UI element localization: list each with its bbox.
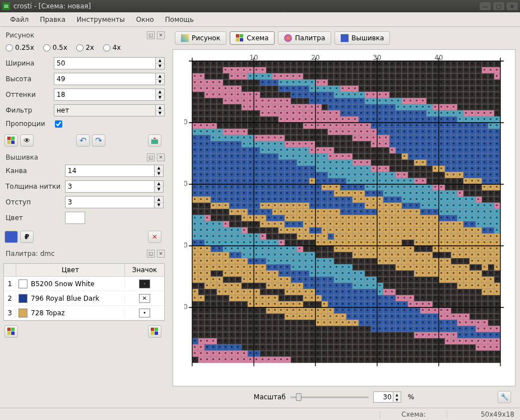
grid-icon[interactable]	[4, 231, 18, 243]
svg-rect-2204	[459, 192, 461, 194]
svg-rect-4298	[440, 321, 442, 323]
menu-help[interactable]: Помощь	[160, 13, 199, 26]
minimize-button[interactable]: —	[480, 2, 491, 10]
proportions-check[interactable]	[55, 120, 62, 128]
svg-rect-4114	[490, 309, 491, 311]
svg-rect-4836	[249, 358, 251, 360]
width-input[interactable]: ▲▼	[54, 57, 165, 69]
ruble-icon[interactable]: ₽	[20, 231, 34, 243]
svg-rect-4848	[286, 358, 288, 360]
menu-file[interactable]: Файл	[4, 13, 34, 26]
table-row[interactable]: 2796 Royal Blue Dark✕	[4, 291, 164, 306]
maximize-button[interactable]: ▢	[493, 2, 504, 10]
restore-icon[interactable]: ◱	[147, 153, 155, 161]
svg-rect-336	[249, 81, 251, 83]
col-color[interactable]: Цвет	[16, 264, 125, 276]
svg-rect-2584	[397, 217, 399, 218]
svg-rect-2982	[391, 241, 393, 243]
close-button[interactable]: ✕	[507, 2, 518, 10]
redo-icon[interactable]: ↷	[92, 134, 105, 147]
thread-input[interactable]: ▲▼	[65, 180, 164, 193]
svg-rect-2400	[447, 204, 448, 206]
svg-rect-2818	[194, 235, 196, 237]
color-picker[interactable]	[65, 212, 85, 224]
svg-text:30: 30	[184, 241, 188, 249]
wrench-icon[interactable]: 🔧	[498, 391, 511, 403]
svg-rect-538	[256, 94, 257, 95]
svg-rect-1668	[348, 161, 350, 163]
zoom-025x[interactable]: 0.25x	[6, 44, 34, 52]
svg-rect-4726	[219, 352, 220, 354]
svg-rect-3442	[268, 272, 270, 274]
svg-rect-2512	[484, 211, 485, 212]
svg-rect-2712	[484, 223, 485, 225]
zoom-4x[interactable]: 4x	[103, 44, 121, 52]
close-icon[interactable]: ✕	[157, 153, 165, 161]
scheme-canvas[interactable]: 1020304010203040	[173, 49, 516, 386]
svg-rect-2186	[403, 192, 405, 194]
zoom-slider[interactable]	[290, 396, 369, 398]
svg-rect-1980	[385, 180, 387, 181]
tab-embroidery[interactable]: Вышивка	[335, 31, 390, 45]
delete-icon[interactable]: ✕	[148, 231, 161, 243]
svg-rect-4676	[373, 346, 374, 348]
svg-rect-4278	[379, 321, 380, 323]
menu-tools[interactable]: Инструменты	[71, 13, 131, 26]
undo-icon[interactable]: ↶	[76, 134, 90, 147]
svg-rect-2948	[286, 241, 288, 243]
filter-combo[interactable]: нет▲▼	[54, 104, 165, 116]
close-icon[interactable]: ✕	[157, 31, 165, 39]
svg-rect-4808	[471, 352, 473, 354]
svg-rect-3474	[366, 272, 368, 274]
padding-input[interactable]: ▲▼	[65, 196, 164, 208]
menu-window[interactable]: Окно	[131, 13, 160, 26]
svg-rect-2272	[360, 198, 362, 200]
svg-rect-44	[274, 63, 276, 64]
svg-rect-994	[428, 118, 430, 120]
export-icon[interactable]	[148, 134, 161, 147]
svg-rect-3488	[410, 272, 411, 274]
close-icon[interactable]: ✕	[157, 250, 165, 258]
svg-rect-552	[299, 94, 300, 95]
svg-rect-4708	[471, 346, 473, 348]
palette-pick-icon[interactable]	[4, 325, 18, 338]
table-row[interactable]: 3728 Topaz•	[4, 306, 164, 320]
titlebar: ≡ crosti - [Схема: новая] — ▢ ✕	[0, 0, 520, 12]
svg-rect-4170	[354, 315, 356, 317]
svg-rect-2840	[262, 235, 263, 237]
svg-rect-3550	[292, 278, 294, 280]
svg-rect-3248	[286, 260, 288, 262]
restore-icon[interactable]: ◱	[147, 31, 155, 39]
svg-rect-4542	[268, 340, 270, 342]
col-icon[interactable]: Значок	[125, 264, 164, 276]
palette-apply-icon[interactable]	[148, 325, 161, 338]
menu-edit[interactable]: Правка	[34, 13, 71, 26]
canvas-input[interactable]: ▲▼	[65, 165, 164, 177]
height-input[interactable]: ▲▼	[54, 73, 165, 85]
table-row[interactable]: 1B5200 Snow White·	[4, 277, 164, 291]
svg-rect-1124	[212, 130, 214, 132]
svg-rect-4112	[484, 309, 485, 311]
zoom-input[interactable]: ▲▼	[373, 391, 403, 403]
palette-icon[interactable]	[4, 134, 18, 147]
zoom-2x[interactable]: 2x	[76, 44, 94, 52]
svg-rect-2072	[360, 186, 362, 188]
svg-rect-908	[471, 112, 473, 114]
svg-rect-2834	[243, 235, 245, 237]
svg-rect-672	[360, 100, 362, 101]
restore-icon[interactable]: ◱	[147, 250, 155, 258]
svg-rect-3630	[231, 284, 233, 286]
shades-input[interactable]: ▲▼	[54, 88, 165, 101]
svg-rect-38	[256, 63, 257, 64]
tab-image[interactable]: Рисунок	[175, 31, 226, 45]
svg-rect-850	[292, 112, 294, 114]
tab-scheme[interactable]: Схема	[230, 31, 275, 45]
svg-rect-3454	[305, 272, 307, 274]
svg-rect-252	[299, 75, 300, 77]
svg-rect-4776	[373, 352, 374, 354]
eye-icon[interactable]: 👁	[20, 134, 34, 147]
svg-rect-2484	[397, 211, 399, 212]
zoom-05x[interactable]: 0.5x	[43, 44, 67, 52]
svg-rect-1904	[459, 174, 461, 175]
tab-palette[interactable]: Палитра	[278, 31, 331, 45]
